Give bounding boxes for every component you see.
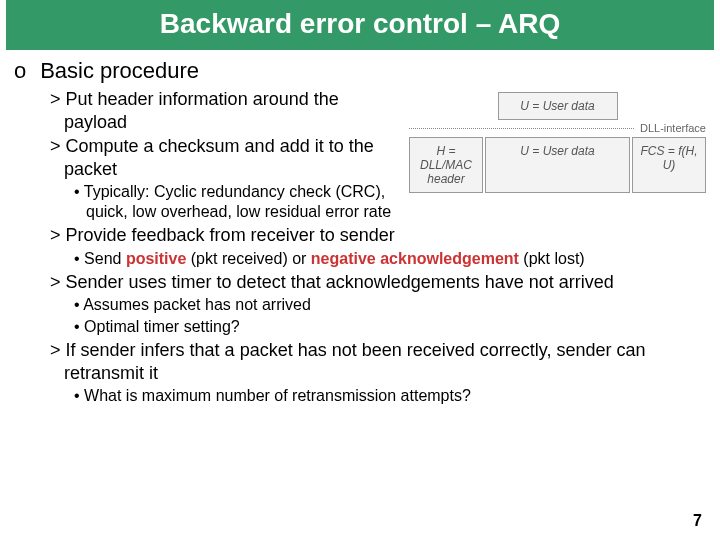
gt-marker: > <box>50 272 61 292</box>
sub-bullet-crc: • Typically: Cyclic redundancy check (CR… <box>74 182 399 222</box>
sub-text-end: (pkt lost) <box>519 250 585 267</box>
bullet-header-info: > Put header information around the payl… <box>50 88 399 133</box>
sub-text-prefix: Send <box>84 250 126 267</box>
sub-bullet-text: Typically: Cyclic redundancy check (CRC)… <box>84 183 391 220</box>
sub-bullet-assumes: • Assumes packet has not arrived <box>74 295 706 315</box>
dot-marker: • <box>74 387 80 404</box>
left-bullets: > Put header information around the payl… <box>14 88 399 224</box>
dotted-line <box>409 128 634 129</box>
gt-marker: > <box>50 225 61 245</box>
negative-ack-label: negative acknowledgement <box>311 250 519 267</box>
bullet-text: Put header information around the payloa… <box>64 89 339 132</box>
sub-bullet-max-retrans: • What is maximum number of retransmissi… <box>74 386 706 406</box>
header-box: H = DLL/MAC header <box>409 137 483 193</box>
page-number: 7 <box>693 512 702 530</box>
dot-marker: • <box>74 250 80 267</box>
user-data-box-2: U = User data <box>485 137 630 193</box>
dot-marker: • <box>74 183 80 200</box>
bullet-timer: > Sender uses timer to detect that ackno… <box>50 271 706 294</box>
positive-label: positive <box>126 250 186 267</box>
sub-bullet-optimal-timer: • Optimal timer setting? <box>74 317 706 337</box>
diagram-top-row: U = User data <box>409 92 706 120</box>
user-data-box: U = User data <box>498 92 618 120</box>
bullet-retransmit: > If sender infers that a packet has not… <box>50 339 706 384</box>
top-row: > Put header information around the payl… <box>14 88 706 224</box>
packet-diagram: U = User data DLL-interface H = DLL/MAC … <box>399 88 706 193</box>
section-text: Basic procedure <box>40 58 199 83</box>
bullet-feedback: > Provide feedback from receiver to send… <box>50 224 706 247</box>
gt-marker: > <box>50 136 61 156</box>
gt-marker: > <box>50 340 61 360</box>
sub-bullet-text: Assumes packet has not arrived <box>83 296 311 313</box>
gt-marker: > <box>50 89 61 109</box>
bullet-text: Provide feedback from receiver to sender <box>66 225 395 245</box>
interface-label: DLL-interface <box>634 122 706 134</box>
diagram-bottom-row: H = DLL/MAC header U = User data FCS = f… <box>409 137 706 193</box>
sub-text-mid: (pkt received) or <box>186 250 310 267</box>
bullet-text: Sender uses timer to detect that acknowl… <box>66 272 614 292</box>
bullet-o: o <box>14 58 34 84</box>
sub-bullet-text: Optimal timer setting? <box>84 318 240 335</box>
dot-marker: • <box>74 296 80 313</box>
bullet-text: Compute a checksum and add it to the pac… <box>64 136 374 179</box>
dot-marker: • <box>74 318 80 335</box>
bullet-text: If sender infers that a packet has not b… <box>64 340 646 383</box>
fcs-box: FCS = f(H, U) <box>632 137 706 193</box>
interface-row: DLL-interface <box>409 122 706 134</box>
sub-bullet-text: What is maximum number of retransmission… <box>84 387 471 404</box>
sub-bullet-ack: • Send positive (pkt received) or negati… <box>74 249 706 269</box>
slide-title: Backward error control – ARQ <box>6 0 714 50</box>
bullet-checksum: > Compute a checksum and add it to the p… <box>50 135 399 180</box>
section-heading: o Basic procedure <box>14 58 706 84</box>
slide-content: o Basic procedure > Put header informati… <box>0 50 720 406</box>
